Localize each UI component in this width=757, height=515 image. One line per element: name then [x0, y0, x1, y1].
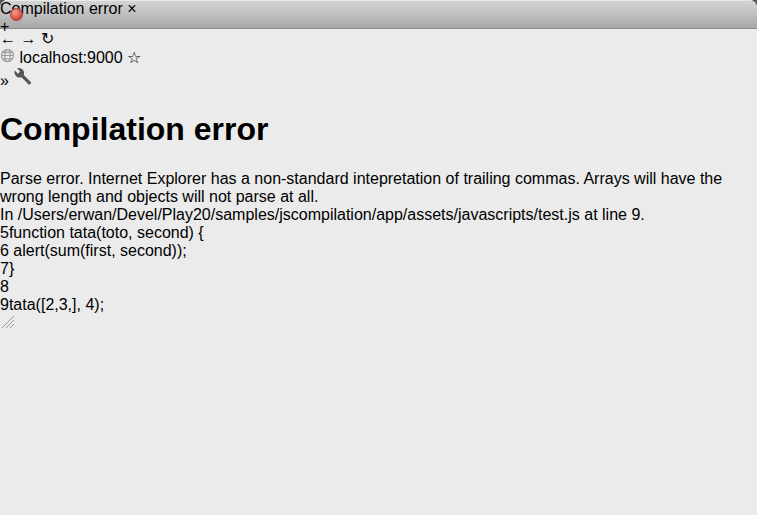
address-bar[interactable]: localhost:9000 ☆	[0, 48, 757, 67]
line-content: alert(sum(first, second));	[9, 242, 187, 259]
code-line: 9tata([2,3,], 4);	[0, 296, 757, 314]
line-content: function tata(toto, second) {	[9, 224, 204, 241]
error-message: Parse error. Internet Explorer has a non…	[0, 170, 757, 206]
new-tab-button[interactable]: +	[0, 18, 757, 36]
window-minimize-button[interactable]	[30, 8, 43, 21]
code-text: ata([2,3,], 4);	[13, 296, 104, 313]
code-line: 8	[0, 278, 757, 296]
code-line: 5function tata(toto, second) {	[0, 224, 757, 242]
plus-icon: +	[0, 18, 9, 35]
code-listing: 5function tata(toto, second) {6 alert(su…	[0, 224, 757, 314]
code-text: }	[9, 260, 14, 277]
error-header: Compilation error	[0, 111, 757, 148]
window-close-button[interactable]	[10, 8, 23, 21]
window-titlebar[interactable]: Compilation error × +	[0, 0, 757, 29]
code-line: 7}	[0, 260, 757, 278]
code-text: function tata(toto, second) {	[9, 224, 204, 241]
page-background	[0, 314, 757, 332]
code-line: 6 alert(sum(first, second));	[0, 242, 757, 260]
wrench-menu-button[interactable]	[13, 72, 32, 89]
globe-icon	[0, 48, 15, 63]
line-number: 7	[0, 260, 9, 277]
line-number: 6	[0, 242, 9, 259]
wrench-icon	[13, 67, 32, 86]
code-text: alert(sum(first, second));	[9, 242, 187, 259]
bookmark-star-icon[interactable]: ☆	[127, 49, 141, 66]
line-content: }	[9, 260, 14, 277]
browser-tab[interactable]: Compilation error ×	[0, 0, 757, 18]
browser-toolbar: ← → ↻ localhost:9000 ☆ »	[0, 29, 757, 90]
line-number: 5	[0, 224, 9, 241]
line-number: 9	[0, 296, 9, 313]
error-location: In /Users/erwan/Devel/Play20/samples/jsc…	[0, 206, 757, 224]
line-number: 8	[0, 278, 9, 295]
url-host: localhost	[19, 49, 82, 66]
window-zoom-button[interactable]	[50, 8, 63, 21]
tab-close-icon[interactable]: ×	[127, 0, 136, 17]
resize-grip-icon[interactable]	[0, 314, 14, 328]
url-port: :9000	[83, 49, 123, 66]
page-title: Compilation error	[0, 111, 757, 148]
page-content: Compilation error Parse error. Internet …	[0, 90, 757, 332]
line-content: tata([2,3,], 4);	[9, 296, 104, 313]
window-controls	[10, 8, 63, 21]
overflow-extensions-button[interactable]: »	[0, 72, 9, 89]
browser-window: Compilation error × + ← → ↻ localhost:90…	[0, 0, 757, 515]
